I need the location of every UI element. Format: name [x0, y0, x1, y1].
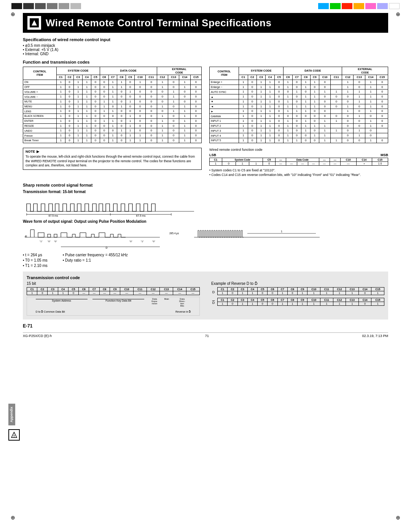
color-block-green [330, 3, 341, 9]
wrc-bullet-1: System codes C1 to C5 are fixed at "1011… [209, 168, 388, 173]
formula-row: t = 264 μs T0 = 1.05 ms T1 = 2.10 ms Pul… [23, 253, 388, 268]
tc-row: 15 bit C1C2C3C4C5 C6C7C8C9C10 C11C12C13C… [27, 281, 384, 316]
note-left: NOTE ▶ To operate the mouse, left-click … [23, 148, 202, 178]
table-row: ON 10110 011010 1010 [23, 80, 202, 85]
page-header: Wired Remote Control Terminal Specificat… [23, 13, 388, 33]
svg-text:1: 1 [281, 230, 282, 233]
left-table-section: CONTROLITEM SYSTEM CODE DATA CODE EXTERN… [23, 67, 202, 143]
row-on: ON [23, 80, 57, 85]
table-row: ▲ 10110 101100 0110 [210, 94, 388, 99]
note-right: Wired remote control function code LSB M… [209, 148, 388, 178]
table-row: MENU 10110 101000 1010 [23, 104, 202, 109]
color-block-3 [35, 3, 46, 9]
th-c4: C4 [83, 75, 91, 80]
formula-col-left: t = 264 μs T0 = 1.05 ms T1 = 2.10 ms [23, 253, 48, 268]
svg-rect-16 [48, 234, 51, 237]
wrc-bullet-2: Codes C14 and C15 are reverse confirmati… [209, 173, 388, 177]
bottom-icon [8, 429, 20, 441]
color-block-1 [11, 3, 22, 9]
wrc-title: Wired remote control function code [209, 148, 388, 152]
table-row: MUTE 10110 110100 0100 [23, 99, 202, 104]
reg-mark-tr: ⊕ [396, 11, 400, 17]
transmission-waveform: 67.5 ms 67.5 ms [23, 196, 388, 217]
svg-text:67.5 ms: 67.5 ms [49, 214, 58, 217]
note-box: NOTE ▶ To operate the mouse, left-click … [23, 148, 202, 170]
table-row: INPUT 1 10110 101011 0010 [210, 118, 388, 123]
reg-mark-bl: ⊕ [11, 514, 15, 521]
formula-t1: T1 = 2.10 ms [23, 264, 48, 268]
note-text: To operate the mouse, left-click and rig… [25, 155, 199, 168]
color-block-lavender [377, 3, 388, 9]
reg-mark-br: ⊕ [396, 514, 400, 521]
transmission-control-section: Transmission control code 15 bit C1C2C3C… [23, 272, 388, 320]
header-icon [27, 16, 41, 30]
table-row: INPUT 2 10110 10111 0010 [210, 123, 388, 128]
reg-mark-tl: ⊕ [11, 11, 15, 17]
color-block-white [389, 3, 400, 9]
d-row-container: D C1C2C3C4C5C6C7C8C9C10C11C12C13C14C15 1… [211, 287, 384, 297]
wrc-bullets: System codes C1 to C5 are fixed at "1011… [209, 168, 388, 178]
right-code-table: CONTROLITEM SYSTEM CODE DATA CODE EXTERN… [209, 67, 388, 143]
d-label: D [211, 290, 216, 294]
table-row: BLACK SCREEN 10110 000100 1010 [23, 114, 202, 119]
specs-title: Specifications of wired remote control i… [23, 37, 388, 42]
footer-left: XG-P25X/CD (E)-h [23, 334, 52, 338]
page-number: E-71 [23, 323, 388, 329]
table-row: RESIZE 10110 010100 1010 [23, 123, 202, 128]
msb-label: MSB [381, 153, 388, 157]
left-code-table: CONTROLITEM SYSTEM CODE DATA CODE EXTERN… [23, 67, 202, 143]
wrc-table-row: 10110 ————— ——•1 0 [210, 161, 388, 165]
note-arrow-icon: ▶ [37, 150, 39, 153]
wrc-table: C1 System Code C5 — Data Code — — C10 C1… [209, 158, 388, 166]
footer-center: 71 [205, 334, 209, 338]
svg-text:"0": "0" [48, 240, 51, 243]
output-waveform-svg: 4t "1" "0" "0" D "0" [23, 226, 320, 251]
dbar-row-container: D C1C2C3C4C5C6C7C8C9C10C11C12C13C14C15 1… [211, 298, 384, 307]
th-c10: C10 [135, 75, 146, 80]
d-example-table: C1C2C3C4C5C6C7C8C9C10C11C12C13C14C15 101… [217, 287, 384, 295]
tc-subtitle: 15 bit [27, 281, 200, 286]
specs-section: Specifications of wired remote control i… [23, 37, 388, 56]
dbar-example-table: C1C2C3C4C5C6C7C8C9C10C11C12C13C14C15 101… [217, 298, 384, 306]
th-external-code-r: EXTERNALCODE [342, 67, 388, 75]
table-row: ▼ 10110 101100 0110 [210, 99, 388, 104]
function-key-label: Function Key Data Bit [92, 299, 144, 302]
th-c11: C11 [146, 75, 157, 80]
top-bar-right [318, 3, 400, 9]
table-row: INPUT 3 10110 101011 010 [210, 128, 388, 133]
formula-duty: Duty ratio = 1:1 [63, 258, 128, 262]
table-row: ENTER 10110 110100 1010 [23, 118, 202, 123]
color-block-red [342, 3, 352, 9]
spec-item-1: ø3.5 mm minijack [23, 43, 388, 48]
svg-rect-17 [54, 234, 57, 237]
th-external-code: EXTERNALCODE [157, 67, 201, 75]
th-c15: C15 [190, 75, 201, 80]
sharp-title: Sharp remote control signal format [23, 183, 388, 187]
th-system-code-r: SYSTEM CODE [239, 67, 284, 75]
data-direction-label: DataDirec-tionBits [174, 298, 191, 307]
table-row: Break Timer 10110 010110 1010 [23, 138, 202, 143]
table-row: OFF 10110 011000 1010 [23, 85, 202, 89]
table-row: ◄ 10110 111100 1010 [210, 104, 388, 109]
page-footer: XG-P25X/CD (E)-h 71 02.3.19, 7:13 PM [23, 332, 388, 338]
svg-text:"1": "1" [141, 240, 144, 243]
table-row: AUTO SYNC 10110 010111 1110 [210, 89, 388, 94]
data-expansion-label: DataExpa-nsion [148, 298, 161, 305]
svg-text:"0": "0" [129, 240, 132, 243]
formula-t0: T0 = 1.05 ms [23, 258, 48, 262]
output-waveform: 4t "1" "0" "0" D "0" [23, 226, 388, 251]
d-bar-label: D [211, 301, 216, 305]
right-table-section: CONTROLITEM SYSTEM CODE DATA CODE EXTERN… [209, 67, 388, 143]
th-data-code: DATA CODE [100, 67, 157, 75]
th-control-item: CONTROLITEM [23, 67, 57, 80]
spec-item-2: External: +5 V (1 A) [23, 48, 388, 52]
table-row: INPUT 5 10110 110011 0010 [210, 138, 388, 143]
wave-output-label: Wave form of output signal: Output using… [23, 219, 388, 224]
transmission-label: Transmission format: 15-bit format [23, 190, 388, 194]
common-bit-label: D to D̄ Common Data Bit [36, 310, 65, 313]
note-label: NOTE ▶ [25, 150, 199, 153]
svg-text:67.5 ms: 67.5 ms [136, 214, 146, 217]
main-content: Specifications of wired remote control i… [23, 37, 388, 320]
table-row: Enlarge + 10110 10110 1010 [210, 80, 388, 85]
d-data-row: 101100101111101 [218, 291, 384, 295]
